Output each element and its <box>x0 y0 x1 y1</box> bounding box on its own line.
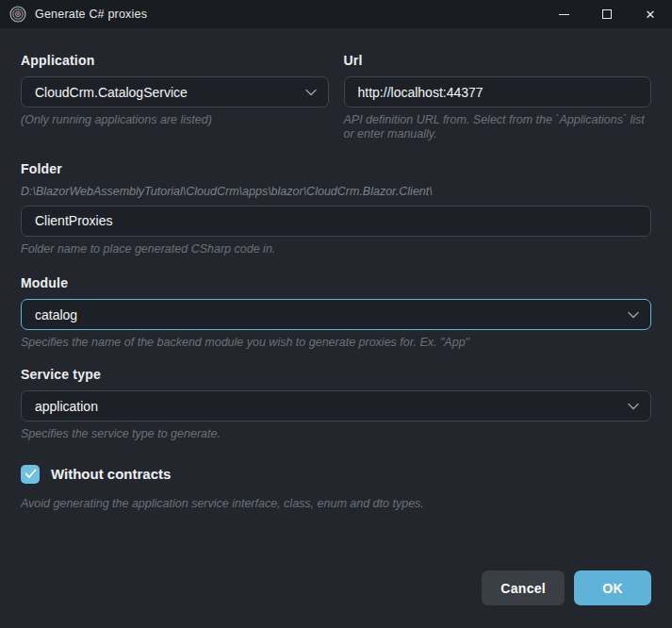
titlebar: Generate C# proxies ✕ <box>0 0 672 28</box>
chevron-down-icon <box>628 311 639 319</box>
chevron-down-icon <box>305 89 317 96</box>
folder-input[interactable] <box>21 206 651 237</box>
folder-hint: Folder name to place generated CSharp co… <box>21 242 651 256</box>
folder-label: Folder <box>21 161 651 176</box>
module-selected-value: catalog <box>35 307 620 322</box>
minimize-icon[interactable] <box>542 0 585 28</box>
without-contracts-label: Without contracts <box>51 466 171 482</box>
maximize-icon[interactable] <box>585 0 629 28</box>
dialog-content: Application CloudCrm.CatalogService (Onl… <box>0 28 672 628</box>
folder-path: D:\BlazorWebAssemblyTutorial\CloudCrm\ap… <box>21 185 651 199</box>
application-label: Application <box>21 53 329 68</box>
folder-group: Folder D:\BlazorWebAssemblyTutorial\Clou… <box>21 161 651 256</box>
service-type-selected-value: application <box>35 399 620 414</box>
application-group: Application CloudCrm.CatalogService (Onl… <box>21 53 329 142</box>
module-hint: Specifies the name of the backend module… <box>21 336 651 350</box>
dialog-footer: Cancel OK <box>21 570 651 605</box>
application-hint: (Only running applications are listed) <box>21 113 329 127</box>
url-input[interactable] <box>344 76 652 107</box>
service-type-select[interactable]: application <box>21 390 651 421</box>
application-selected-value: CloudCrm.CatalogService <box>35 85 298 100</box>
chevron-down-icon <box>628 403 639 410</box>
generate-proxies-dialog: Generate C# proxies ✕ Application CloudC… <box>0 0 672 628</box>
ok-button[interactable]: OK <box>574 570 651 605</box>
application-select[interactable]: CloudCrm.CatalogService <box>21 76 329 107</box>
close-icon[interactable]: ✕ <box>629 0 672 28</box>
without-contracts-group: Without contracts Avoid generating the a… <box>21 465 651 511</box>
cancel-button[interactable]: Cancel <box>482 570 565 605</box>
without-contracts-checkbox[interactable]: Without contracts <box>21 465 651 484</box>
module-group: Module catalog Specifies the name of the… <box>21 275 651 350</box>
url-label: Url <box>344 53 652 68</box>
url-group: Url API definition URL from. Select from… <box>344 53 652 142</box>
service-type-group: Service type application Specifies the s… <box>21 367 651 441</box>
service-type-label: Service type <box>21 367 651 382</box>
module-select[interactable]: catalog <box>21 299 651 330</box>
service-type-hint: Specifies the service type to generate. <box>21 427 651 441</box>
abp-logo-icon <box>9 6 26 23</box>
module-label: Module <box>21 275 651 290</box>
without-contracts-hint: Avoid generating the application service… <box>21 497 651 511</box>
url-hint: API definition URL from. Select from the… <box>344 113 652 142</box>
window-title: Generate C# proxies <box>35 8 147 21</box>
check-icon <box>21 465 40 484</box>
